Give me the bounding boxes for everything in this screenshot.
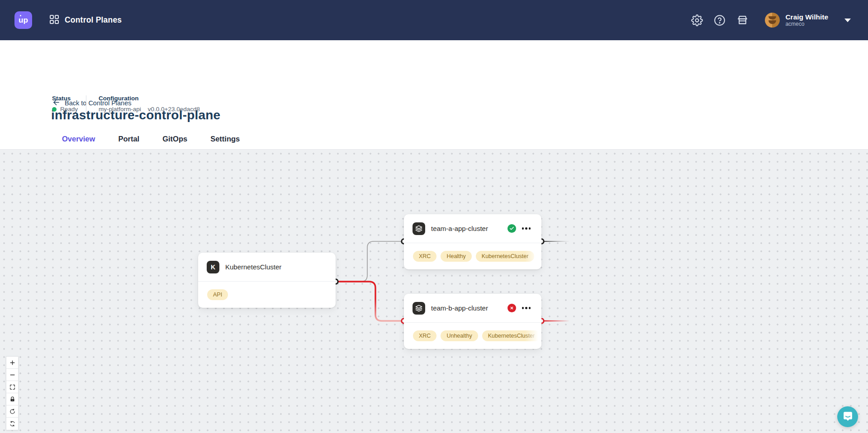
dot <box>522 307 524 309</box>
tab-overview[interactable]: Overview <box>52 129 105 151</box>
node-title: team-b-app-cluster <box>431 304 488 312</box>
edge-kc-to-team-b <box>336 282 402 321</box>
layers-icon <box>413 222 425 235</box>
dot <box>529 227 531 230</box>
dot <box>525 227 527 230</box>
user-menu[interactable]: Craig Wilhite acmeco <box>765 13 828 28</box>
tag-api: API <box>207 289 228 300</box>
zoom-in-button[interactable] <box>6 357 18 369</box>
header-divider <box>86 95 86 114</box>
unhealthy-x-icon <box>508 304 516 312</box>
app-title: Control Planes <box>65 15 122 25</box>
nav-icons <box>691 14 749 27</box>
healthy-check-icon <box>508 224 516 233</box>
help-icon[interactable] <box>713 14 726 27</box>
node-header: team-a-app-cluster <box>404 214 541 243</box>
page: up Control Planes <box>0 0 868 433</box>
top-navbar: up Control Planes <box>0 0 868 40</box>
logo-text: up <box>19 16 28 25</box>
tag-healthy: Healthy <box>441 251 471 262</box>
settings-icon[interactable] <box>691 14 703 27</box>
node-tags: API <box>198 282 336 307</box>
chevron-down-icon[interactable] <box>844 19 851 22</box>
status-dot <box>52 107 57 112</box>
configuration-version: v0.0.0+23.0edacd8 <box>148 106 200 113</box>
kubernetes-k-icon: K <box>207 261 219 273</box>
configuration-name[interactable]: my-platform-api <box>99 106 141 113</box>
dot <box>529 307 531 309</box>
status-block: Status Ready <box>52 95 78 113</box>
fit-view-button[interactable] <box>6 381 18 393</box>
node-team-a-app-cluster[interactable]: team-a-app-cluster XRC Healthy Kubernete… <box>404 214 541 269</box>
node-kubernetescluster[interactable]: K KubernetesCluster API <box>198 253 336 308</box>
dot <box>525 307 527 309</box>
user-org: acmeco <box>785 21 828 28</box>
node-tags: XRC Unhealthy KubernetesCluster <box>404 323 541 348</box>
chat-icon <box>842 410 854 424</box>
layers-icon <box>413 302 425 315</box>
tag-kubernetescluster: KubernetesCluster <box>482 330 541 341</box>
user-name: Craig Wilhite <box>785 13 828 21</box>
configuration-block: Configuration my-platform-api v0.0.0+23.… <box>99 95 200 113</box>
ellipsis-menu[interactable] <box>522 305 531 311</box>
tag-unhealthy: Unhealthy <box>441 330 478 341</box>
status-value: Ready <box>60 106 78 113</box>
tag-kubernetescluster: KubernetesCluster <box>476 251 535 262</box>
avatar <box>765 13 780 28</box>
node-header: K KubernetesCluster <box>198 253 336 282</box>
page-header: Back to Control Planes infrastructure-co… <box>0 40 868 149</box>
relayout-button[interactable] <box>6 418 18 430</box>
node-title: team-a-app-cluster <box>431 225 488 232</box>
tab-bar: Overview Portal GitOps Settings <box>52 129 250 151</box>
logo-dot <box>20 15 21 16</box>
tab-settings[interactable]: Settings <box>200 129 250 151</box>
user-meta: Craig Wilhite acmeco <box>785 13 828 28</box>
edge-kc-to-team-a <box>336 241 402 282</box>
configuration-label: Configuration <box>99 95 200 102</box>
lock-button[interactable] <box>6 393 18 405</box>
tab-portal[interactable]: Portal <box>108 129 149 151</box>
node-tags: XRC Healthy KubernetesCluster <box>404 243 541 269</box>
graph-edges <box>0 150 868 433</box>
chat-launcher[interactable] <box>837 406 858 427</box>
ellipsis-menu[interactable] <box>522 226 531 231</box>
zoom-out-button[interactable] <box>6 369 18 381</box>
node-header: team-b-app-cluster <box>404 294 541 323</box>
up-logo[interactable]: up <box>14 11 32 29</box>
grid-icon <box>49 14 59 26</box>
reset-view-button[interactable] <box>6 405 18 418</box>
graph-canvas[interactable]: K KubernetesCluster API team-a-app-clust… <box>0 149 868 433</box>
node-team-b-app-cluster[interactable]: team-b-app-cluster XRC Unhealthy Kuberne… <box>404 294 541 349</box>
tag-xrc: XRC <box>413 251 436 262</box>
tab-gitops[interactable]: GitOps <box>152 129 197 151</box>
dot <box>522 227 524 230</box>
tag-xrc: XRC <box>413 330 436 341</box>
canvas-controls <box>6 356 19 430</box>
app-switcher[interactable]: Control Planes <box>49 14 122 26</box>
node-title: KubernetesCluster <box>225 263 281 271</box>
status-label: Status <box>52 95 78 102</box>
marketplace-icon[interactable] <box>736 14 749 27</box>
